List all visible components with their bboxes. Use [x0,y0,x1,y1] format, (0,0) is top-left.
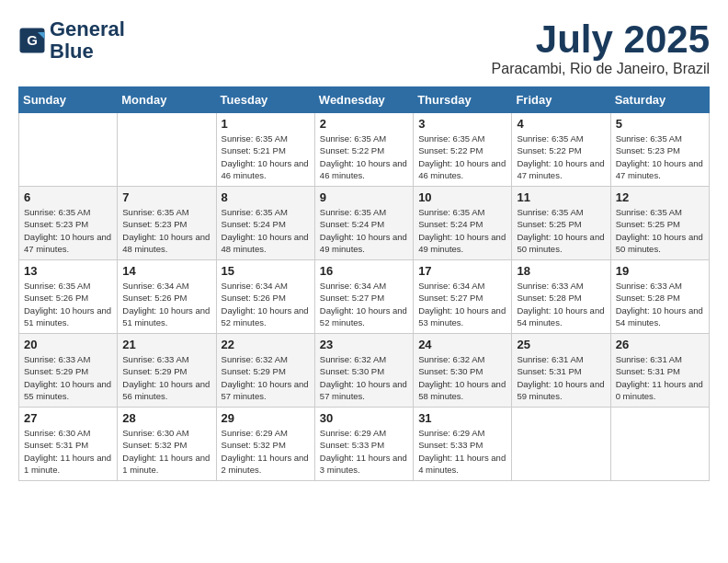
cell-info: Sunrise: 6:35 AM Sunset: 5:25 PM Dayligh… [517,206,605,255]
day-number: 5 [616,117,704,131]
day-number: 26 [616,338,704,351]
cell-info: Sunrise: 6:35 AM Sunset: 5:24 PM Dayligh… [320,206,408,255]
page-header: G General Blue July 2025 Paracambi, Rio … [18,18,710,77]
day-number: 3 [418,117,506,131]
day-number: 29 [222,411,310,425]
day-number: 31 [418,411,506,425]
weekday-sunday: Sunday [19,87,118,113]
calendar-cell: 27Sunrise: 6:30 AM Sunset: 5:31 PM Dayli… [19,408,118,481]
day-number: 10 [418,190,506,204]
day-number: 21 [122,338,210,351]
cell-info: Sunrise: 6:32 AM Sunset: 5:30 PM Dayligh… [418,353,506,402]
cell-info: Sunrise: 6:35 AM Sunset: 5:26 PM Dayligh… [24,280,112,328]
cell-info: Sunrise: 6:35 AM Sunset: 5:25 PM Dayligh… [616,206,704,255]
calendar-cell: 22Sunrise: 6:32 AM Sunset: 5:29 PM Dayli… [216,334,314,408]
calendar-cell: 23Sunrise: 6:32 AM Sunset: 5:30 PM Dayli… [314,334,413,408]
cell-info: Sunrise: 6:35 AM Sunset: 5:22 PM Dayligh… [517,132,605,181]
day-number: 14 [122,264,210,278]
calendar-week-3: 13Sunrise: 6:35 AM Sunset: 5:26 PM Dayli… [19,260,710,334]
cell-info: Sunrise: 6:35 AM Sunset: 5:22 PM Dayligh… [320,132,408,181]
calendar-cell: 11Sunrise: 6:35 AM Sunset: 5:25 PM Dayli… [512,187,610,260]
calendar-cell: 9Sunrise: 6:35 AM Sunset: 5:24 PM Daylig… [314,187,413,260]
cell-info: Sunrise: 6:33 AM Sunset: 5:28 PM Dayligh… [517,280,605,328]
calendar-cell: 24Sunrise: 6:32 AM Sunset: 5:30 PM Dayli… [414,334,512,408]
calendar-cell: 30Sunrise: 6:29 AM Sunset: 5:33 PM Dayli… [314,408,413,481]
logo: G General Blue [18,18,125,63]
calendar-week-2: 6Sunrise: 6:35 AM Sunset: 5:23 PM Daylig… [19,187,710,260]
cell-info: Sunrise: 6:35 AM Sunset: 5:24 PM Dayligh… [418,206,506,255]
calendar-cell: 19Sunrise: 6:33 AM Sunset: 5:28 PM Dayli… [610,260,709,334]
calendar-week-5: 27Sunrise: 6:30 AM Sunset: 5:31 PM Dayli… [19,408,710,481]
cell-info: Sunrise: 6:34 AM Sunset: 5:26 PM Dayligh… [122,280,210,328]
cell-info: Sunrise: 6:35 AM Sunset: 5:23 PM Dayligh… [122,206,210,255]
day-number: 8 [222,190,310,204]
logo-text: General Blue [50,18,125,63]
day-number: 30 [320,411,408,425]
calendar-cell: 1Sunrise: 6:35 AM Sunset: 5:21 PM Daylig… [216,113,314,187]
calendar-cell: 28Sunrise: 6:30 AM Sunset: 5:32 PM Dayli… [118,408,216,481]
weekday-thursday: Thursday [414,87,512,113]
calendar-cell: 3Sunrise: 6:35 AM Sunset: 5:22 PM Daylig… [414,113,512,187]
day-number: 25 [517,338,605,351]
calendar-cell: 8Sunrise: 6:35 AM Sunset: 5:24 PM Daylig… [216,187,314,260]
day-number: 6 [24,190,112,204]
calendar-cell: 2Sunrise: 6:35 AM Sunset: 5:22 PM Daylig… [314,113,413,187]
calendar-cell: 16Sunrise: 6:34 AM Sunset: 5:27 PM Dayli… [314,260,413,334]
day-number: 18 [517,264,605,278]
day-number: 19 [616,264,704,278]
day-number: 24 [418,338,506,351]
location: Paracambi, Rio de Janeiro, Brazil [492,61,710,77]
cell-info: Sunrise: 6:31 AM Sunset: 5:31 PM Dayligh… [517,353,605,402]
day-number: 20 [24,338,112,351]
calendar-cell: 12Sunrise: 6:35 AM Sunset: 5:25 PM Dayli… [610,187,709,260]
day-number: 13 [24,264,112,278]
logo-line1: General [50,18,125,40]
calendar-cell: 13Sunrise: 6:35 AM Sunset: 5:26 PM Dayli… [19,260,118,334]
calendar-cell: 14Sunrise: 6:34 AM Sunset: 5:26 PM Dayli… [118,260,216,334]
day-number: 27 [24,411,112,425]
cell-info: Sunrise: 6:31 AM Sunset: 5:31 PM Dayligh… [616,353,704,402]
calendar-cell [610,408,709,481]
cell-info: Sunrise: 6:34 AM Sunset: 5:27 PM Dayligh… [320,280,408,328]
cell-info: Sunrise: 6:29 AM Sunset: 5:33 PM Dayligh… [320,427,408,476]
day-number: 28 [122,411,210,425]
day-number: 12 [616,190,704,204]
calendar-cell: 10Sunrise: 6:35 AM Sunset: 5:24 PM Dayli… [414,187,512,260]
title-block: July 2025 Paracambi, Rio de Janeiro, Bra… [492,18,710,77]
day-number: 23 [320,338,408,351]
logo-icon: G [18,27,46,54]
calendar-cell: 31Sunrise: 6:29 AM Sunset: 5:33 PM Dayli… [414,408,512,481]
calendar-cell [118,113,216,187]
calendar-cell: 25Sunrise: 6:31 AM Sunset: 5:31 PM Dayli… [512,334,610,408]
day-number: 16 [320,264,408,278]
calendar-cell: 7Sunrise: 6:35 AM Sunset: 5:23 PM Daylig… [118,187,216,260]
cell-info: Sunrise: 6:35 AM Sunset: 5:22 PM Dayligh… [418,132,506,181]
weekday-saturday: Saturday [610,87,709,113]
cell-info: Sunrise: 6:30 AM Sunset: 5:31 PM Dayligh… [24,427,112,476]
day-number: 22 [222,338,310,351]
calendar-cell [19,113,118,187]
day-number: 2 [320,117,408,131]
day-number: 17 [418,264,506,278]
calendar-week-1: 1Sunrise: 6:35 AM Sunset: 5:21 PM Daylig… [19,113,710,187]
weekday-tuesday: Tuesday [216,87,314,113]
cell-info: Sunrise: 6:32 AM Sunset: 5:29 PM Dayligh… [222,353,310,402]
cell-info: Sunrise: 6:35 AM Sunset: 5:21 PM Dayligh… [222,132,310,181]
calendar-cell: 26Sunrise: 6:31 AM Sunset: 5:31 PM Dayli… [610,334,709,408]
day-number: 11 [517,190,605,204]
day-number: 4 [517,117,605,131]
calendar-cell: 15Sunrise: 6:34 AM Sunset: 5:26 PM Dayli… [216,260,314,334]
cell-info: Sunrise: 6:29 AM Sunset: 5:33 PM Dayligh… [418,427,506,476]
calendar-header: SundayMondayTuesdayWednesdayThursdayFrid… [19,87,710,113]
calendar-cell: 21Sunrise: 6:33 AM Sunset: 5:29 PM Dayli… [118,334,216,408]
cell-info: Sunrise: 6:32 AM Sunset: 5:30 PM Dayligh… [320,353,408,402]
day-number: 7 [122,190,210,204]
calendar-body: 1Sunrise: 6:35 AM Sunset: 5:21 PM Daylig… [19,113,710,481]
calendar-cell: 5Sunrise: 6:35 AM Sunset: 5:23 PM Daylig… [610,113,709,187]
cell-info: Sunrise: 6:33 AM Sunset: 5:29 PM Dayligh… [24,353,112,402]
calendar-week-4: 20Sunrise: 6:33 AM Sunset: 5:29 PM Dayli… [19,334,710,408]
cell-info: Sunrise: 6:29 AM Sunset: 5:32 PM Dayligh… [222,427,310,476]
cell-info: Sunrise: 6:34 AM Sunset: 5:26 PM Dayligh… [222,280,310,328]
calendar-cell: 6Sunrise: 6:35 AM Sunset: 5:23 PM Daylig… [19,187,118,260]
cell-info: Sunrise: 6:34 AM Sunset: 5:27 PM Dayligh… [418,280,506,328]
